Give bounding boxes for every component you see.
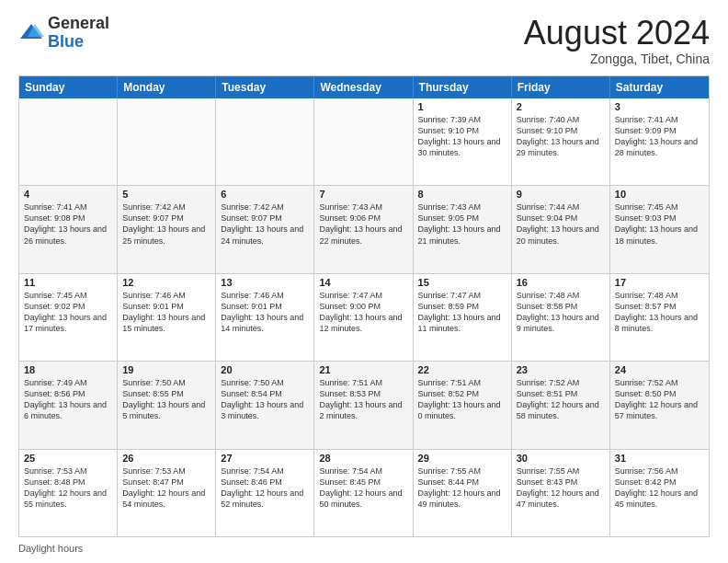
day-info: Sunrise: 7:45 AM Sunset: 9:03 PM Dayligh… xyxy=(615,201,704,247)
day-number: 31 xyxy=(615,453,704,464)
day-number: 27 xyxy=(221,453,309,464)
day-info: Sunrise: 7:46 AM Sunset: 9:01 PM Dayligh… xyxy=(122,290,210,335)
day-number: 25 xyxy=(24,453,112,464)
day-info: Sunrise: 7:53 AM Sunset: 8:47 PM Dayligh… xyxy=(122,465,210,511)
calendar-cell: 18Sunrise: 7:49 AM Sunset: 8:56 PM Dayli… xyxy=(19,362,118,448)
calendar-row: 11Sunrise: 7:45 AM Sunset: 9:02 PM Dayli… xyxy=(19,274,709,362)
day-number: 9 xyxy=(517,189,605,200)
day-info: Sunrise: 7:55 AM Sunset: 8:43 PM Dayligh… xyxy=(517,465,605,511)
calendar-cell: 22Sunrise: 7:51 AM Sunset: 8:52 PM Dayli… xyxy=(414,362,512,448)
day-number: 14 xyxy=(319,277,407,288)
calendar-cell: 2Sunrise: 7:40 AM Sunset: 9:10 PM Daylig… xyxy=(512,98,610,185)
calendar-cell: 8Sunrise: 7:43 AM Sunset: 9:05 PM Daylig… xyxy=(414,186,512,272)
day-number: 17 xyxy=(615,277,704,288)
day-info: Sunrise: 7:42 AM Sunset: 9:07 PM Dayligh… xyxy=(221,201,309,247)
month-year: August 2024 xyxy=(524,15,710,52)
day-info: Sunrise: 7:40 AM Sunset: 9:10 PM Dayligh… xyxy=(517,114,605,159)
page: General Blue August 2024 Zongga, Tibet, … xyxy=(0,0,728,563)
calendar-cell: 27Sunrise: 7:54 AM Sunset: 8:46 PM Dayli… xyxy=(216,450,314,536)
calendar-cell: 21Sunrise: 7:51 AM Sunset: 8:53 PM Dayli… xyxy=(314,362,413,448)
header-day-wednesday: Wednesday xyxy=(314,76,413,98)
day-number: 15 xyxy=(418,277,506,288)
daylight-hours-label: Daylight hours xyxy=(18,543,83,554)
calendar-header: SundayMondayTuesdayWednesdayThursdayFrid… xyxy=(19,76,709,98)
day-info: Sunrise: 7:42 AM Sunset: 9:07 PM Dayligh… xyxy=(122,201,210,247)
day-info: Sunrise: 7:56 AM Sunset: 8:42 PM Dayligh… xyxy=(615,465,704,511)
calendar-cell xyxy=(19,98,118,185)
calendar-cell xyxy=(314,98,413,185)
day-info: Sunrise: 7:41 AM Sunset: 9:09 PM Dayligh… xyxy=(615,114,704,159)
calendar-cell: 13Sunrise: 7:46 AM Sunset: 9:01 PM Dayli… xyxy=(216,274,314,361)
day-info: Sunrise: 7:43 AM Sunset: 9:06 PM Dayligh… xyxy=(319,201,407,247)
day-info: Sunrise: 7:43 AM Sunset: 9:05 PM Dayligh… xyxy=(418,201,506,247)
calendar-cell: 20Sunrise: 7:50 AM Sunset: 8:54 PM Dayli… xyxy=(216,362,314,448)
header-day-saturday: Saturday xyxy=(610,76,709,98)
day-info: Sunrise: 7:53 AM Sunset: 8:48 PM Dayligh… xyxy=(24,465,112,511)
day-number: 1 xyxy=(418,101,506,112)
header-day-friday: Friday xyxy=(512,76,610,98)
day-number: 8 xyxy=(418,189,506,200)
day-number: 13 xyxy=(221,277,309,288)
calendar-body: 1Sunrise: 7:39 AM Sunset: 9:10 PM Daylig… xyxy=(19,98,709,536)
calendar-cell: 3Sunrise: 7:41 AM Sunset: 9:09 PM Daylig… xyxy=(610,98,709,185)
day-info: Sunrise: 7:45 AM Sunset: 9:02 PM Dayligh… xyxy=(24,290,112,335)
title-block: August 2024 Zongga, Tibet, China xyxy=(524,15,710,66)
day-number: 20 xyxy=(221,364,309,375)
day-info: Sunrise: 7:47 AM Sunset: 8:59 PM Dayligh… xyxy=(418,290,506,335)
day-number: 29 xyxy=(418,453,506,464)
day-info: Sunrise: 7:49 AM Sunset: 8:56 PM Dayligh… xyxy=(24,377,112,422)
day-number: 5 xyxy=(122,189,210,200)
calendar-cell: 7Sunrise: 7:43 AM Sunset: 9:06 PM Daylig… xyxy=(314,186,413,272)
logo-icon xyxy=(18,20,44,46)
calendar-cell: 25Sunrise: 7:53 AM Sunset: 8:48 PM Dayli… xyxy=(19,450,118,536)
calendar-cell xyxy=(216,98,314,185)
day-number: 7 xyxy=(319,189,407,200)
calendar-cell: 31Sunrise: 7:56 AM Sunset: 8:42 PM Dayli… xyxy=(610,450,709,536)
logo-general-text: General xyxy=(48,14,109,32)
day-info: Sunrise: 7:41 AM Sunset: 9:08 PM Dayligh… xyxy=(24,201,112,247)
calendar-cell: 15Sunrise: 7:47 AM Sunset: 8:59 PM Dayli… xyxy=(414,274,512,361)
day-number: 23 xyxy=(517,364,605,375)
day-number: 18 xyxy=(24,364,112,375)
day-number: 16 xyxy=(517,277,605,288)
day-info: Sunrise: 7:51 AM Sunset: 8:52 PM Dayligh… xyxy=(418,377,506,422)
calendar-row: 25Sunrise: 7:53 AM Sunset: 8:48 PM Dayli… xyxy=(19,450,709,536)
header-day-thursday: Thursday xyxy=(414,76,512,98)
day-info: Sunrise: 7:48 AM Sunset: 8:57 PM Dayligh… xyxy=(615,290,704,335)
location: Zongga, Tibet, China xyxy=(524,52,710,66)
day-info: Sunrise: 7:48 AM Sunset: 8:58 PM Dayligh… xyxy=(517,290,605,335)
day-number: 12 xyxy=(122,277,210,288)
day-info: Sunrise: 7:44 AM Sunset: 9:04 PM Dayligh… xyxy=(517,201,605,247)
day-number: 24 xyxy=(615,364,704,375)
day-number: 6 xyxy=(221,189,309,200)
day-number: 26 xyxy=(122,453,210,464)
header-day-tuesday: Tuesday xyxy=(216,76,314,98)
footer: Daylight hours xyxy=(18,543,710,554)
day-number: 2 xyxy=(517,101,605,112)
calendar-cell: 16Sunrise: 7:48 AM Sunset: 8:58 PM Dayli… xyxy=(512,274,610,361)
calendar-row: 4Sunrise: 7:41 AM Sunset: 9:08 PM Daylig… xyxy=(19,186,709,273)
day-info: Sunrise: 7:52 AM Sunset: 8:51 PM Dayligh… xyxy=(517,377,605,422)
calendar-cell: 1Sunrise: 7:39 AM Sunset: 9:10 PM Daylig… xyxy=(414,98,512,185)
calendar-cell: 24Sunrise: 7:52 AM Sunset: 8:50 PM Dayli… xyxy=(610,362,709,448)
day-number: 19 xyxy=(122,364,210,375)
calendar-cell: 19Sunrise: 7:50 AM Sunset: 8:55 PM Dayli… xyxy=(118,362,216,448)
calendar-cell: 26Sunrise: 7:53 AM Sunset: 8:47 PM Dayli… xyxy=(118,450,216,536)
calendar-cell: 17Sunrise: 7:48 AM Sunset: 8:57 PM Dayli… xyxy=(610,274,709,361)
calendar-cell: 14Sunrise: 7:47 AM Sunset: 9:00 PM Dayli… xyxy=(314,274,413,361)
day-info: Sunrise: 7:51 AM Sunset: 8:53 PM Dayligh… xyxy=(319,377,407,422)
header-day-monday: Monday xyxy=(118,76,216,98)
day-number: 4 xyxy=(24,189,112,200)
day-number: 30 xyxy=(517,453,605,464)
day-number: 3 xyxy=(615,101,704,112)
calendar-cell: 11Sunrise: 7:45 AM Sunset: 9:02 PM Dayli… xyxy=(19,274,118,361)
day-info: Sunrise: 7:39 AM Sunset: 9:10 PM Dayligh… xyxy=(418,114,506,159)
calendar: SundayMondayTuesdayWednesdayThursdayFrid… xyxy=(18,75,710,537)
day-number: 28 xyxy=(319,453,407,464)
day-number: 22 xyxy=(418,364,506,375)
day-info: Sunrise: 7:50 AM Sunset: 8:55 PM Dayligh… xyxy=(122,377,210,422)
calendar-row: 1Sunrise: 7:39 AM Sunset: 9:10 PM Daylig… xyxy=(19,98,709,186)
calendar-cell: 29Sunrise: 7:55 AM Sunset: 8:44 PM Dayli… xyxy=(414,450,512,536)
calendar-cell: 30Sunrise: 7:55 AM Sunset: 8:43 PM Dayli… xyxy=(512,450,610,536)
day-info: Sunrise: 7:46 AM Sunset: 9:01 PM Dayligh… xyxy=(221,290,309,335)
